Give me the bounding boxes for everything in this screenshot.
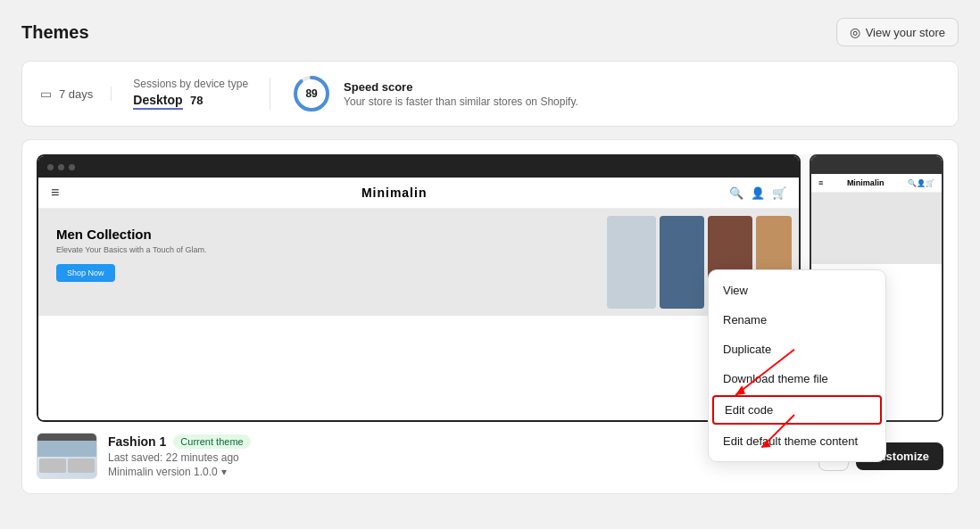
- chevron-down-icon: ▾: [221, 466, 227, 478]
- dot3: [69, 164, 75, 170]
- speed-score: 89: [305, 87, 317, 100]
- dropdown-menu: View Rename Duplicate Download theme fil…: [708, 269, 886, 462]
- dot2: [58, 164, 64, 170]
- page-header: Themes ◎ View your store: [21, 18, 959, 46]
- page-title: Themes: [21, 22, 89, 43]
- hero-title: Men Collection: [56, 227, 582, 242]
- mobile-bar: [811, 156, 942, 174]
- hero-img-2: [660, 216, 704, 309]
- search-icon: 🔍: [729, 186, 743, 200]
- calendar-icon: ▭: [40, 87, 52, 101]
- speed-circle: 89: [292, 74, 331, 113]
- nav-icons: 🔍 👤 🛒: [729, 186, 786, 200]
- mobile-hamburger: ≡: [818, 178, 823, 187]
- shop-now-button[interactable]: Shop Now: [56, 264, 115, 282]
- hero-img-1: [607, 216, 656, 309]
- hamburger-icon: ≡: [51, 185, 59, 201]
- dropdown-item-rename[interactable]: Rename: [709, 305, 885, 335]
- stats-bar: ▭ 7 days Sessions by device type Desktop…: [21, 61, 959, 127]
- stats-period: ▭ 7 days: [40, 87, 112, 101]
- theme-thumbnail: [37, 433, 97, 479]
- current-theme-badge: Current theme: [173, 434, 250, 449]
- thumb-nav: [37, 434, 96, 441]
- hero-subtitle: Elevate Your Basics with a Touch of Glam…: [56, 245, 582, 254]
- theme-version: Minimalin version 1.0.0 ▾: [108, 466, 808, 478]
- desktop-bar: [38, 156, 799, 178]
- theme-saved: Last saved: 22 minutes ago: [108, 451, 808, 464]
- sessions-value: Desktop 78: [133, 92, 248, 110]
- dot1: [47, 164, 54, 170]
- theme-card: ≡ Minimalin 🔍 👤 🛒 Men Collection Elevate…: [21, 139, 959, 494]
- dropdown-item-edit-code[interactable]: Edit code: [712, 395, 882, 425]
- view-store-button[interactable]: ◎ View your store: [836, 18, 959, 46]
- mockup-logo: Minimalin: [361, 186, 428, 200]
- thumb-row: [37, 457, 96, 475]
- mobile-nav: ≡ Minimalin 🔍👤🛒: [811, 174, 942, 193]
- desktop-mockup: ≡ Minimalin 🔍 👤 🛒 Men Collection Elevate…: [37, 154, 801, 422]
- mobile-hero: [811, 193, 942, 264]
- hero-text: Men Collection Elevate Your Basics with …: [38, 209, 600, 316]
- mobile-logo: Minimalin: [847, 178, 884, 187]
- stats-speed: 89 Speed score Your store is faster than…: [270, 74, 578, 113]
- desktop-content: ≡ Minimalin 🔍 👤 🛒 Men Collection Elevate…: [38, 178, 799, 420]
- dropdown-item-download[interactable]: Download theme file: [709, 364, 885, 393]
- theme-name: Fashion 1: [108, 434, 166, 449]
- thumb-hero: [37, 441, 96, 457]
- dropdown-item-view[interactable]: View: [709, 276, 885, 305]
- sessions-label: Sessions by device type: [133, 78, 248, 90]
- dropdown-item-edit-default[interactable]: Edit default theme content: [709, 426, 885, 456]
- mockup-hero: Men Collection Elevate Your Basics with …: [38, 209, 799, 316]
- theme-name-row: Fashion 1 Current theme: [108, 434, 808, 449]
- mockup-nav: ≡ Minimalin 🔍 👤 🛒: [38, 178, 799, 209]
- stats-sessions: Sessions by device type Desktop 78: [112, 78, 270, 110]
- user-icon: 👤: [751, 186, 765, 200]
- dropdown-item-duplicate[interactable]: Duplicate: [709, 335, 885, 364]
- mobile-icons: 🔍👤🛒: [908, 179, 934, 187]
- thumb-block-2: [68, 459, 95, 473]
- cart-icon: 🛒: [772, 186, 786, 200]
- eye-icon: ◎: [850, 25, 860, 39]
- sessions-count: 78: [190, 94, 203, 107]
- thumb-block-1: [39, 459, 66, 473]
- theme-info: Fashion 1 Current theme Last saved: 22 m…: [108, 434, 808, 478]
- speed-text: Speed score Your store is faster than si…: [344, 80, 578, 108]
